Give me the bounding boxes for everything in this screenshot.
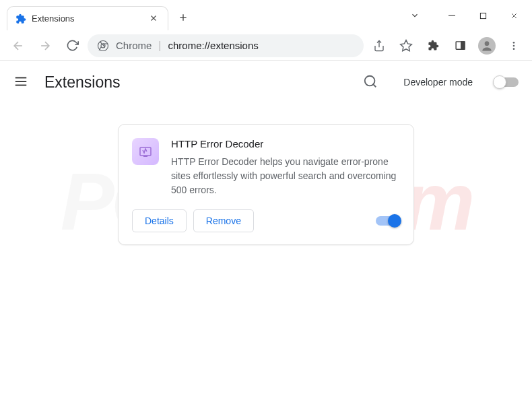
minimize-button[interactable] [436, 2, 467, 29]
omnibox-prefix: Chrome [116, 40, 152, 51]
svg-rect-30 [143, 156, 147, 157]
developer-mode-toggle[interactable] [494, 77, 519, 87]
svg-line-28 [374, 84, 376, 87]
page-header: Extensions Developer mode [0, 61, 532, 104]
svg-point-23 [513, 48, 515, 50]
extensions-icon[interactable] [422, 34, 444, 57]
avatar [478, 37, 496, 55]
search-icon[interactable] [363, 74, 379, 90]
toggle-knob [493, 75, 506, 89]
content-area: HTTP Error Decoder HTTP Error Decoder he… [0, 104, 532, 245]
browser-tab[interactable]: Extensions [7, 6, 168, 30]
svg-rect-19 [461, 42, 464, 49]
page-title: Extensions [44, 73, 121, 92]
hamburger-icon[interactable] [13, 74, 30, 90]
address-bar[interactable]: Chrome | chrome://extensions [88, 34, 364, 57]
svg-rect-5 [480, 13, 486, 18]
titlebar: Extensions [0, 0, 532, 31]
window-controls [436, 2, 529, 29]
chrome-icon [97, 40, 109, 52]
developer-mode-label: Developer mode [403, 77, 473, 88]
bookmark-icon[interactable] [395, 34, 418, 57]
share-icon[interactable] [368, 34, 391, 57]
close-window-button[interactable] [498, 2, 529, 29]
profile-button[interactable] [475, 34, 498, 57]
new-tab-button[interactable] [174, 8, 193, 27]
svg-point-22 [513, 44, 515, 46]
svg-point-11 [101, 44, 105, 48]
details-button[interactable]: Details [132, 209, 187, 232]
remove-button[interactable]: Remove [193, 209, 254, 232]
maximize-button[interactable] [467, 2, 498, 29]
toolbar: Chrome | chrome://extensions [0, 31, 532, 61]
extension-description: HTTP Error Decoder helps you navigate er… [171, 155, 400, 197]
close-icon[interactable] [149, 13, 160, 24]
forward-button[interactable] [34, 34, 57, 57]
menu-icon[interactable] [502, 34, 525, 57]
svg-point-20 [485, 41, 490, 46]
extension-icon [132, 138, 159, 165]
puzzle-icon [15, 13, 26, 24]
toggle-knob [388, 214, 401, 228]
chevron-down-icon[interactable] [405, 6, 424, 25]
svg-marker-16 [401, 40, 412, 51]
omnibox-url: chrome://extensions [168, 40, 259, 51]
back-button[interactable] [7, 34, 30, 57]
reload-button[interactable] [61, 34, 84, 57]
side-panel-icon[interactable] [448, 34, 471, 57]
svg-point-21 [513, 42, 515, 44]
divider: | [158, 40, 161, 52]
extension-card: HTTP Error Decoder HTTP Error Decoder he… [118, 124, 414, 245]
tab-title: Extensions [32, 13, 143, 24]
extension-enable-toggle[interactable] [376, 216, 400, 226]
svg-point-27 [365, 76, 375, 86]
extension-name: HTTP Error Decoder [171, 138, 400, 149]
